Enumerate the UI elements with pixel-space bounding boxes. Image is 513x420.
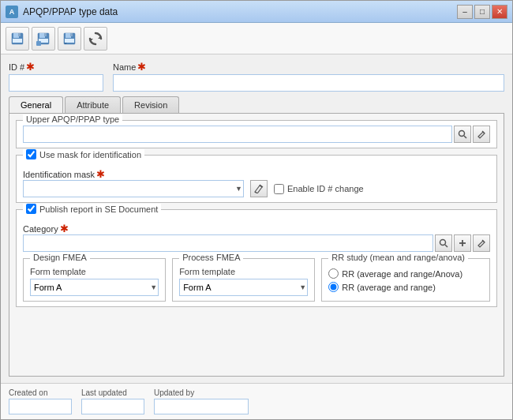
window-title: APQP/PPAP type data: [23, 6, 118, 17]
tabs-container: General Attribute Revision Upper APQP/PP…: [9, 96, 504, 377]
svg-rect-7: [44, 33, 47, 36]
enable-id-change-label[interactable]: Enable ID # change: [274, 184, 364, 194]
export-icon: [62, 32, 77, 46]
svg-rect-5: [39, 33, 45, 38]
name-input[interactable]: [113, 74, 504, 92]
name-label: Name ✱: [113, 61, 504, 73]
design-fmea-select-container: Form A Form B Form C ▼: [30, 279, 159, 296]
publish-checkbox[interactable]: [26, 204, 36, 214]
rr-option1-label[interactable]: RR (average and range/Anova): [328, 268, 483, 279]
title-buttons: – □ ✕: [457, 5, 507, 19]
footer-bar: Created on Last updated Updated by: [1, 383, 512, 419]
rr-study-section: RR study (mean and range/anova) RR (aver…: [321, 258, 490, 302]
upper-apqp-edit-button[interactable]: [473, 126, 490, 143]
id-mask-edit-icon: [254, 184, 264, 193]
publish-section: Publish report in SE Document Category ✱: [16, 209, 497, 307]
design-fmea-section: Design FMEA Form template Form A Form B …: [23, 258, 166, 302]
category-search-button[interactable]: [435, 234, 452, 252]
process-form-template-label: Form template: [179, 267, 308, 276]
tab-revision[interactable]: Revision: [122, 96, 179, 113]
last-updated-field: Last updated: [81, 388, 144, 414]
updated-by-field: Updated by: [154, 388, 249, 414]
save-icon1: [10, 32, 24, 46]
content-area: ID # ✱ Name ✱ General Attribute: [1, 54, 512, 383]
created-on-label: Created on: [9, 388, 72, 397]
name-required-star: ✱: [137, 61, 146, 73]
close-button[interactable]: ✕: [492, 5, 507, 19]
svg-line-22: [445, 245, 447, 247]
id-name-row: ID # ✱ Name ✱: [9, 61, 504, 92]
process-fmea-section: Process FMEA Form template Form A Form B…: [172, 258, 315, 302]
svg-rect-8: [36, 41, 41, 46]
id-field-group: ID # ✱: [9, 61, 103, 92]
design-form-template-label: Form template: [30, 267, 159, 276]
minimize-button[interactable]: –: [457, 5, 473, 19]
title-bar: A APQP/PPAP type data – □ ✕: [1, 1, 512, 23]
svg-point-21: [440, 240, 446, 246]
created-on-field: Created on: [9, 388, 72, 414]
design-fmea-label: Design FMEA: [30, 253, 90, 262]
enable-id-change-checkbox[interactable]: [274, 184, 284, 194]
svg-rect-1: [13, 33, 19, 38]
category-add-icon: [458, 238, 467, 248]
publish-section-label: Publish report in SE Document: [23, 204, 161, 214]
tab-content-general: Upper APQP/PPAP type: [9, 113, 504, 377]
save-button2[interactable]: [32, 27, 55, 51]
created-on-input[interactable]: [9, 399, 72, 414]
id-mask-required-star: ✱: [96, 168, 105, 180]
upper-apqp-search-button[interactable]: [454, 126, 471, 143]
edit-icon: [477, 129, 486, 139]
maximize-button[interactable]: □: [474, 5, 490, 19]
toolbar: [1, 23, 512, 54]
updated-by-input[interactable]: [154, 399, 249, 414]
svg-rect-12: [70, 33, 73, 36]
rr-study-label: RR study (mean and range/anova): [328, 253, 468, 262]
rr-option1-radio[interactable]: [328, 268, 339, 279]
rr-option2-label[interactable]: RR (average and range): [328, 282, 483, 292]
rr-option2-radio[interactable]: [328, 282, 339, 292]
id-mask-edit-button[interactable]: [250, 180, 268, 197]
export-button[interactable]: [58, 27, 81, 51]
save-icon2: [36, 32, 51, 46]
svg-rect-11: [65, 39, 74, 43]
mask-section-content: Identification mask ✱ Option 1 Option 2: [23, 168, 490, 197]
category-edit-button[interactable]: [473, 234, 490, 252]
last-updated-input[interactable]: [81, 399, 144, 414]
refresh-button[interactable]: [84, 27, 107, 51]
use-mask-checkbox[interactable]: [26, 149, 36, 159]
id-mask-select[interactable]: Option 1 Option 2: [23, 180, 244, 197]
category-search-icon: [439, 238, 448, 248]
design-fmea-select[interactable]: Form A Form B Form C: [30, 279, 159, 296]
publish-checkbox-label[interactable]: Publish report in SE Document: [26, 204, 158, 214]
svg-rect-3: [18, 33, 21, 36]
category-row: [23, 234, 490, 252]
tab-attribute[interactable]: Attribute: [65, 96, 121, 113]
category-add-button[interactable]: [454, 234, 471, 252]
save-button1[interactable]: [6, 27, 29, 51]
process-fmea-label: Process FMEA: [179, 253, 243, 262]
use-mask-section-label: Use mask for identification: [23, 149, 144, 159]
svg-rect-10: [66, 33, 71, 38]
upper-apqp-input[interactable]: [23, 126, 452, 143]
svg-rect-2: [13, 39, 22, 43]
process-fmea-select[interactable]: Form A Form B Form C: [179, 279, 308, 296]
title-bar-left: A APQP/PPAP type data: [6, 6, 118, 18]
tab-bar: General Attribute Revision: [9, 96, 504, 113]
name-field-group: Name ✱: [113, 61, 504, 92]
use-mask-checkbox-label[interactable]: Use mask for identification: [26, 149, 141, 159]
svg-line-17: [464, 136, 466, 138]
refresh-icon: [88, 31, 103, 47]
id-mask-select-wrapper: Option 1 Option 2 ▼: [23, 180, 244, 197]
category-input[interactable]: [23, 234, 433, 252]
updated-by-label: Updated by: [154, 388, 249, 397]
category-edit-icon: [477, 238, 486, 248]
search-icon: [458, 129, 467, 139]
id-input[interactable]: [9, 74, 103, 92]
upper-apqp-label: Upper APQP/PPAP type: [23, 114, 122, 124]
use-mask-section: Use mask for identification Identificati…: [16, 155, 497, 203]
upper-apqp-input-row: [23, 126, 490, 143]
fmea-rr-row: Design FMEA Form template Form A Form B …: [23, 258, 490, 302]
category-label: Category ✱: [23, 223, 490, 234]
tab-general[interactable]: General: [9, 96, 63, 113]
id-label: ID # ✱: [9, 61, 103, 73]
